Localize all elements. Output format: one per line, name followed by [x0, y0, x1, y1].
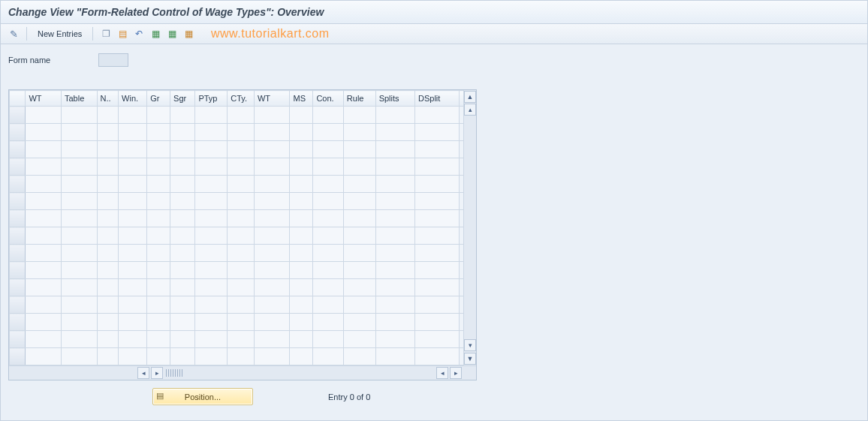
cell[interactable]: [290, 107, 313, 124]
cell[interactable]: [170, 158, 195, 176]
cell[interactable]: [290, 141, 313, 158]
scroll-handle[interactable]: [166, 369, 182, 377]
cell[interactable]: [97, 296, 119, 314]
table-row[interactable]: [10, 141, 476, 158]
cell[interactable]: [254, 245, 290, 262]
cell[interactable]: [375, 107, 414, 124]
cell[interactable]: [195, 158, 228, 176]
cell[interactable]: [414, 193, 459, 210]
cell[interactable]: [195, 279, 228, 296]
cell[interactable]: [343, 314, 375, 331]
row-select-cell[interactable]: [10, 210, 26, 227]
cell[interactable]: [414, 176, 459, 193]
cell[interactable]: [228, 210, 255, 227]
deselect-all-button[interactable]: [182, 27, 195, 41]
cell[interactable]: [228, 158, 255, 176]
cell[interactable]: [61, 158, 97, 176]
col-header[interactable]: N..: [97, 91, 119, 107]
col-header[interactable]: Splits: [375, 91, 414, 107]
cell[interactable]: [147, 331, 170, 348]
cell[interactable]: [254, 107, 290, 124]
cell[interactable]: [195, 210, 228, 227]
row-select-cell[interactable]: [10, 314, 26, 331]
cell[interactable]: [147, 176, 170, 193]
cell[interactable]: [170, 210, 195, 227]
cell[interactable]: [170, 193, 195, 210]
cell[interactable]: [290, 262, 313, 279]
row-select-cell[interactable]: [10, 331, 26, 348]
cell[interactable]: [61, 314, 97, 331]
scroll-up-button[interactable]: ▲: [464, 91, 476, 103]
cell[interactable]: [228, 193, 255, 210]
row-select-header[interactable]: [10, 91, 26, 107]
cell[interactable]: [147, 124, 170, 141]
cell[interactable]: [313, 124, 343, 141]
cell[interactable]: [147, 245, 170, 262]
cell[interactable]: [375, 331, 414, 348]
toggle-edit-button[interactable]: [7, 27, 20, 41]
cell[interactable]: [414, 331, 459, 348]
cell[interactable]: [195, 314, 228, 331]
cell[interactable]: [170, 227, 195, 245]
scroll-left-end-button[interactable]: ◂: [436, 367, 448, 379]
table-row[interactable]: [10, 107, 476, 124]
cell[interactable]: [228, 227, 255, 245]
cell[interactable]: [313, 227, 343, 245]
cell[interactable]: [61, 279, 97, 296]
col-header[interactable]: Rule: [343, 91, 375, 107]
row-select-cell[interactable]: [10, 176, 26, 193]
table-row[interactable]: [10, 279, 476, 296]
cell[interactable]: [97, 210, 119, 227]
cell[interactable]: [195, 193, 228, 210]
data-grid[interactable]: WT Table N.. Win. Gr Sgr PTyp CTy. WT MS…: [9, 90, 476, 365]
cell[interactable]: [61, 227, 97, 245]
cell[interactable]: [228, 262, 255, 279]
cell[interactable]: [313, 279, 343, 296]
cell[interactable]: [290, 245, 313, 262]
cell[interactable]: [61, 141, 97, 158]
cell[interactable]: [290, 193, 313, 210]
table-row[interactable]: [10, 158, 476, 176]
cell[interactable]: [147, 141, 170, 158]
cell[interactable]: [119, 296, 147, 314]
cell[interactable]: [119, 227, 147, 245]
cell[interactable]: [375, 124, 414, 141]
cell[interactable]: [97, 124, 119, 141]
cell[interactable]: [147, 296, 170, 314]
cell[interactable]: [290, 279, 313, 296]
cell[interactable]: [343, 227, 375, 245]
col-header[interactable]: DSplit: [414, 91, 459, 107]
cell[interactable]: [414, 296, 459, 314]
cell[interactable]: [313, 314, 343, 331]
form-name-input[interactable]: [98, 53, 128, 67]
scroll-right-button[interactable]: ▸: [151, 367, 163, 379]
row-select-cell[interactable]: [10, 124, 26, 141]
cell[interactable]: [375, 158, 414, 176]
cell[interactable]: [254, 331, 290, 348]
cell[interactable]: [414, 279, 459, 296]
cell[interactable]: [97, 348, 119, 365]
cell[interactable]: [254, 262, 290, 279]
cell[interactable]: [97, 158, 119, 176]
cell[interactable]: [343, 331, 375, 348]
cell[interactable]: [119, 348, 147, 365]
cell[interactable]: [97, 245, 119, 262]
cell[interactable]: [97, 141, 119, 158]
cell[interactable]: [414, 107, 459, 124]
cell[interactable]: [97, 176, 119, 193]
table-row[interactable]: [10, 314, 476, 331]
cell[interactable]: [290, 210, 313, 227]
table-row[interactable]: [10, 193, 476, 210]
row-select-cell[interactable]: [10, 296, 26, 314]
cell[interactable]: [119, 210, 147, 227]
cell[interactable]: [313, 210, 343, 227]
table-row[interactable]: [10, 227, 476, 245]
cell[interactable]: [97, 331, 119, 348]
scroll-down-button[interactable]: ▼: [464, 353, 476, 365]
cell[interactable]: [26, 227, 62, 245]
cell[interactable]: [228, 314, 255, 331]
cell[interactable]: [61, 348, 97, 365]
row-select-cell[interactable]: [10, 348, 26, 365]
cell[interactable]: [119, 124, 147, 141]
cell[interactable]: [343, 296, 375, 314]
